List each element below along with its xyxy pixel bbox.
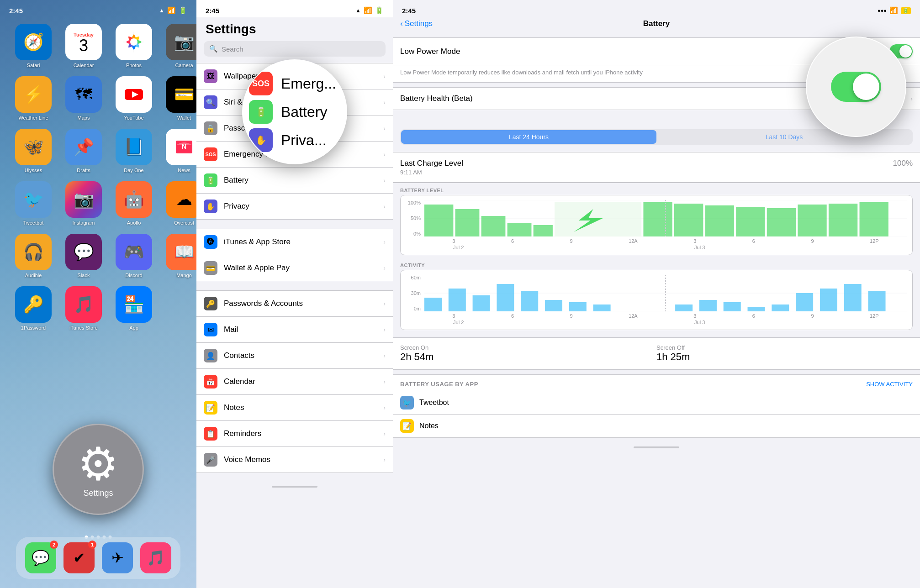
chevron-icon bbox=[383, 430, 386, 437]
settings-row-contacts[interactable]: 👤 Contacts bbox=[196, 343, 393, 369]
x-label-6: 6 bbox=[511, 238, 514, 244]
act-x-3: 3 bbox=[452, 313, 455, 319]
privacy-icon: ✋ bbox=[204, 200, 217, 213]
x-label-3b: 3 bbox=[693, 238, 696, 244]
app-audible[interactable]: 🎧 Audible bbox=[13, 234, 54, 278]
svg-rect-21 bbox=[705, 205, 734, 236]
settings-row-calendar[interactable]: 📅 Calendar bbox=[196, 369, 393, 395]
phone-status-icons: ▲ 📶 🔋 bbox=[159, 6, 187, 15]
dock-spark[interactable]: ✈ bbox=[102, 542, 133, 573]
settings-row-battery[interactable]: 🔋 Battery bbox=[196, 168, 393, 194]
app-usage-notes[interactable]: 📝 Notes bbox=[393, 415, 920, 438]
act-x-12a: 12A bbox=[629, 313, 638, 319]
app-overcast[interactable]: ☁ Overcast bbox=[164, 181, 196, 226]
x-label-12a: 12A bbox=[629, 238, 638, 244]
screen-stats-row: Screen On 2h 54m Screen Off 1h 25m bbox=[393, 338, 920, 369]
svg-rect-44 bbox=[772, 304, 789, 311]
notes-usage-icon: 📝 bbox=[400, 419, 414, 433]
battery-status-bar: 2:45 ●●● 📶 🔋 bbox=[393, 0, 920, 17]
big-toggle-switch[interactable] bbox=[831, 72, 881, 102]
reminders-icon: 📋 bbox=[204, 427, 217, 441]
toggle-knob bbox=[899, 45, 912, 58]
chevron-icon bbox=[383, 352, 386, 359]
activity-y-60m: 60m bbox=[406, 275, 421, 280]
messages-badge: 2 bbox=[50, 541, 58, 549]
app-grid: 🧭 Safari Tuesday 3 Calendar bbox=[0, 19, 196, 335]
dock-todoist[interactable]: ✔ 1 bbox=[63, 542, 95, 573]
settings-row-itunes[interactable]: 🅐 iTunes & App Store bbox=[196, 229, 393, 255]
chevron-icon bbox=[383, 125, 386, 132]
settings-row-voicememos[interactable]: 🎤 Voice Memos bbox=[196, 447, 393, 472]
app-maps[interactable]: 🗺 Maps bbox=[63, 76, 104, 121]
app-ulysses[interactable]: 🦋 Ulysses bbox=[13, 129, 54, 173]
app-weatherline[interactable]: ⚡ Weather Line bbox=[13, 76, 54, 121]
svg-rect-45 bbox=[796, 293, 813, 311]
app-photos[interactable]: Photos bbox=[113, 24, 154, 68]
svg-text:N: N bbox=[182, 143, 186, 150]
app-usage-tweetbot[interactable]: 🐦 Tweetbot bbox=[393, 391, 920, 415]
settings-row-passwords[interactable]: 🔑 Passwords & Accounts bbox=[196, 291, 393, 317]
app-apollo[interactable]: 🤖 Apollo bbox=[113, 181, 154, 226]
settings-row-notes[interactable]: 📝 Notes bbox=[196, 395, 393, 421]
app-dayone[interactable]: 📘 Day One bbox=[113, 129, 154, 173]
app-instagram[interactable]: 📷 Instagram bbox=[63, 181, 104, 226]
act-x-6: 6 bbox=[511, 313, 514, 319]
act-x-6b: 6 bbox=[752, 313, 755, 319]
chevron-icon bbox=[383, 456, 386, 463]
svg-rect-13 bbox=[455, 209, 480, 236]
svg-rect-38 bbox=[593, 304, 611, 311]
app-1password[interactable]: 🔑 1Password bbox=[13, 286, 54, 331]
phone-time: 2:45 bbox=[9, 7, 23, 15]
settings-row-wallet[interactable]: 💳 Wallet & Apple Pay bbox=[196, 255, 393, 281]
app-calendar[interactable]: Tuesday 3 Calendar bbox=[63, 24, 104, 68]
mail-icon: ✉ bbox=[204, 323, 217, 336]
chevron-icon bbox=[383, 238, 386, 246]
wifi-icon: 📶 bbox=[167, 6, 176, 15]
app-safari[interactable]: 🧭 Safari bbox=[13, 24, 54, 68]
app-itunes-store[interactable]: 🎵 Notes iTunes Store bbox=[63, 286, 104, 331]
svg-rect-26 bbox=[860, 202, 888, 236]
dock-messages[interactable]: 💬 2 bbox=[25, 542, 56, 573]
app-youtube[interactable]: YouTube bbox=[113, 76, 154, 121]
battery-indicator-icon: 🔋 bbox=[901, 7, 911, 14]
svg-rect-20 bbox=[674, 204, 703, 236]
settings-circle-overlay[interactable]: ⚙ Settings bbox=[53, 424, 144, 515]
dock-music[interactable]: 🎵 bbox=[140, 542, 171, 573]
svg-rect-19 bbox=[643, 202, 672, 236]
settings-row-mail[interactable]: ✉ Mail bbox=[196, 317, 393, 343]
act-x-9b: 9 bbox=[811, 313, 814, 319]
app-wallet[interactable]: 💳 Wallet bbox=[164, 76, 196, 121]
app-mango[interactable]: 📖 Mango bbox=[164, 234, 196, 278]
app-news[interactable]: N News bbox=[164, 129, 196, 173]
todoist-icon: ✔ bbox=[73, 549, 85, 567]
act-x-12p: 12P bbox=[870, 313, 879, 319]
app-tweetbot[interactable]: 🐦 Tweetbot bbox=[13, 181, 54, 226]
x-date-jul3: Jul 3 bbox=[694, 245, 705, 250]
app-slack[interactable]: 💬 Slack bbox=[63, 234, 104, 278]
last-charge-pct: 100% bbox=[893, 159, 913, 168]
magnify-row-emergency: SOS Emerg... bbox=[249, 72, 340, 95]
show-activity-button[interactable]: SHOW ACTIVITY bbox=[866, 381, 913, 388]
app-drafts[interactable]: 📌 Drafts bbox=[63, 129, 104, 173]
x-label-12p: 12P bbox=[870, 238, 879, 244]
app-discord[interactable]: 🎮 Discord bbox=[113, 234, 154, 278]
battery-nav-bar: ‹ Settings Battery bbox=[393, 17, 920, 33]
big-toggle-knob bbox=[853, 74, 879, 100]
calendar-icon: 📅 bbox=[204, 375, 217, 388]
settings-search-bar[interactable]: 🔍 Search bbox=[204, 41, 386, 57]
tab-last24h[interactable]: Last 24 Hours bbox=[401, 130, 656, 144]
app-appstore[interactable]: 🏪 App bbox=[113, 286, 154, 331]
notes-icon: 📝 bbox=[204, 401, 217, 415]
svg-rect-12 bbox=[424, 205, 453, 236]
settings-row-reminders[interactable]: 📋 Reminders bbox=[196, 421, 393, 447]
chevron-icon bbox=[383, 99, 386, 106]
battery-back-button[interactable]: ‹ Settings bbox=[400, 19, 433, 28]
chevron-icon bbox=[910, 95, 913, 102]
messages-icon: 💬 bbox=[32, 549, 50, 567]
settings-row-privacy[interactable]: ✋ Privacy bbox=[196, 194, 393, 219]
activity-y-0m: 0m bbox=[406, 306, 421, 311]
magnify-battery-label: Battery bbox=[281, 104, 327, 121]
svg-rect-33 bbox=[473, 295, 490, 311]
magnify-emergency-label: Emerg... bbox=[281, 75, 336, 92]
app-camera[interactable]: 📷 Camera bbox=[164, 24, 196, 68]
